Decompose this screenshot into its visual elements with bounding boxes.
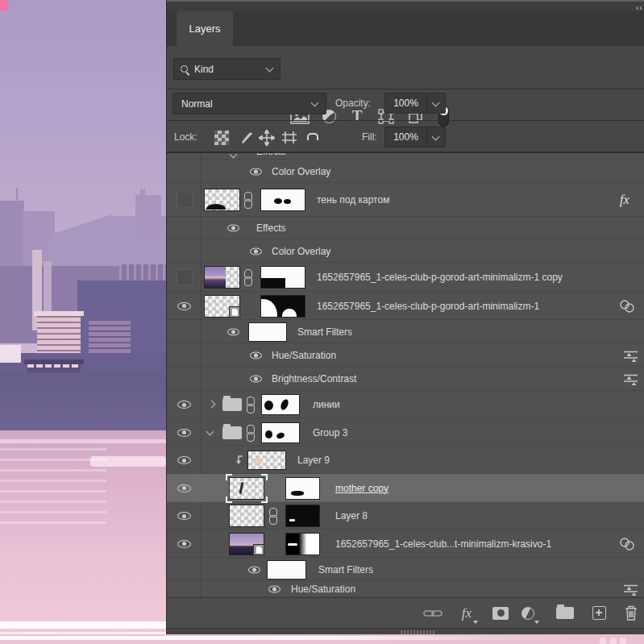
effect-row-color-overlay[interactable]: Color Overlay [167,160,644,183]
layer-name[interactable]: 1652657965_1-celes-club-p-gorod-art-mini… [317,301,539,312]
link-mask-icon[interactable] [246,397,254,413]
layer-row[interactable]: 1652657965_1-celes-club-p-gorod-art-mini… [167,292,644,320]
smart-filter-row[interactable]: Brightness/Contrast [167,367,644,391]
visibility-eye-icon[interactable] [250,247,262,255]
filter-settings-icon[interactable] [623,372,638,385]
group-row[interactable]: линии [167,391,644,418]
smart-filter-label[interactable]: Hue/Saturation [291,584,355,595]
add-layer-style-button[interactable]: fx [455,601,479,625]
layer-thumbnail[interactable] [204,189,240,211]
layer-row[interactable]: Layer 9 [167,447,644,474]
layer-thumbnail[interactable] [204,295,240,318]
blend-mode-dropdown[interactable]: Normal [172,93,326,114]
panel-resize-grip[interactable] [401,630,436,634]
layer-thumbnail[interactable] [229,533,264,555]
layer-name[interactable]: 1652657965_1-celes-club...t-minimalizm-k… [335,538,551,550]
filter-kind-dropdown[interactable]: Kind [173,58,280,80]
lock-artboard-icon[interactable] [281,131,297,145]
visibility-eye-icon[interactable] [250,351,262,359]
effect-label[interactable]: Color Overlay [272,246,330,257]
effects-header-label[interactable]: Effects [256,153,285,157]
chevron-down-icon[interactable] [206,427,214,435]
opacity-input[interactable]: 100% [384,93,427,114]
link-mask-icon[interactable] [243,192,251,208]
layer-row[interactable]: тень под картом fx [167,183,644,217]
fill-dropdown-button[interactable] [427,127,446,147]
smart-filters-thumbnail[interactable] [248,322,287,342]
smart-filter-row[interactable]: Hue/Saturation [167,343,644,367]
effects-header-label[interactable]: Effects [256,222,285,234]
chevron-down-icon[interactable] [230,153,238,158]
smart-filters-label[interactable]: Smart Filters [297,326,352,338]
fill-input[interactable]: 100% [384,127,427,147]
layer-mask-thumbnail[interactable] [285,533,320,555]
effects-header-row[interactable]: Effects [167,217,644,239]
new-group-button[interactable] [553,601,577,625]
layer-thumbnail[interactable] [247,451,286,470]
layer-thumbnail-active[interactable] [229,477,264,500]
new-layer-button[interactable] [587,601,611,625]
chevron-right-icon[interactable] [208,401,216,409]
visibility-toggle-empty[interactable] [177,192,193,209]
lock-move-icon[interactable] [259,130,275,146]
layer-row[interactable]: 1652657965_1-celes-club-p-gorod-art-mini… [167,263,644,292]
visibility-eye-icon[interactable] [227,328,239,335]
smart-filters-label[interactable]: Smart Filters [318,564,373,575]
layer-mask-thumbnail[interactable] [260,266,305,289]
effect-row-color-overlay[interactable]: Color Overlay [167,239,644,263]
layer-name[interactable]: Layer 9 [297,455,330,466]
smart-filters-row[interactable]: Smart Filters [167,320,644,343]
visibility-eye-icon[interactable] [250,376,262,383]
lock-transparency-icon[interactable] [214,131,229,145]
group-row[interactable]: Group 3 [167,418,644,447]
layer-thumbnail[interactable] [204,266,240,289]
delete-layer-button[interactable] [619,601,643,625]
visibility-eye-icon[interactable] [177,401,191,409]
layer-mask-thumbnail[interactable] [260,295,305,318]
layer-row[interactable]: 1652657965_1-celes-club...t-minimalizm-k… [167,530,644,558]
add-layer-mask-button[interactable] [488,601,513,625]
visibility-eye-icon[interactable] [250,168,262,175]
layer-mask-thumbnail[interactable] [285,477,320,500]
group-name[interactable]: Group 3 [313,427,347,438]
visibility-eye-icon[interactable] [177,456,191,464]
link-mask-icon[interactable] [246,425,254,441]
visibility-eye-icon[interactable] [177,540,191,548]
group-mask-thumbnail[interactable] [261,422,300,443]
layer-mask-thumbnail[interactable] [285,505,320,527]
effect-label[interactable]: Color Overlay [272,166,330,177]
smart-filters-badge-icon[interactable] [618,537,636,551]
layer-name[interactable]: 1652657965_1-celes-club-p-gorod-art-mini… [317,272,563,283]
link-mask-icon[interactable] [243,269,251,285]
layer-name[interactable]: Layer 8 [335,510,368,521]
filter-settings-icon[interactable] [623,583,638,596]
layer-row-selected[interactable]: mother copy [167,474,644,502]
smart-filter-row-partial[interactable]: Hue/Saturation [167,581,644,597]
layer-name[interactable]: тень под картом [317,194,389,206]
smart-filters-badge-icon[interactable] [618,299,636,314]
new-adjustment-layer-button[interactable] [516,601,540,625]
layer-row-effects-partial[interactable]: Effects [167,153,644,160]
opacity-dropdown-button[interactable] [427,93,446,114]
visibility-eye-icon[interactable] [268,586,280,593]
filter-settings-icon[interactable] [623,349,638,362]
layer-thumbnail[interactable] [229,505,264,527]
smart-filter-label[interactable]: Brightness/Contrast [272,373,356,384]
smart-filters-thumbnail[interactable] [267,560,306,580]
visibility-eye-icon[interactable] [248,566,260,573]
link-mask-icon[interactable] [268,508,276,524]
visibility-eye-icon[interactable] [227,225,239,232]
tab-layers[interactable]: Layers [177,11,233,46]
visibility-eye-icon[interactable] [177,429,191,437]
visibility-eye-icon[interactable] [177,302,191,310]
group-mask-thumbnail[interactable] [261,394,300,415]
layer-name[interactable]: mother copy [335,483,388,494]
layer-effects-badge[interactable]: fx [620,193,629,207]
visibility-toggle-empty[interactable] [177,269,193,286]
link-layers-button[interactable] [421,601,445,625]
smart-filters-row[interactable]: Smart Filters [167,558,644,581]
visibility-eye-icon[interactable] [177,484,191,492]
layer-mask-thumbnail[interactable] [260,189,305,211]
visibility-eye-icon[interactable] [177,512,191,520]
group-name[interactable]: линии [313,399,340,410]
